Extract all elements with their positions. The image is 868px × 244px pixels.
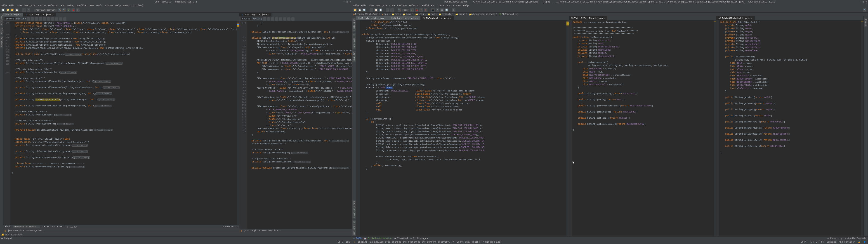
new-project-icon[interactable]: 📁: [6, 8, 9, 12]
code-editor[interactable]: 245 249 250 251 252 253 254 255 256 257 …: [3, 21, 239, 224]
crumb-class[interactable]: ⒸDbController: [499, 13, 518, 16]
close-icon[interactable]: ✕: [866, 1, 867, 3]
code-editor[interactable]: });class=class="s">"c">//End return tabl…: [356, 20, 569, 236]
instant-run-icon[interactable]: ⚡: [419, 8, 423, 12]
menu-code[interactable]: Code: [390, 4, 395, 7]
code-area[interactable]: private static final String[] TABLE_NAME…: [10, 21, 237, 224]
tab-jsontosqlite-split[interactable]: ☕JsonToSQLite.java×: [239, 13, 272, 17]
menu-build[interactable]: Build: [422, 4, 429, 7]
cut-icon[interactable]: ✂: [370, 8, 373, 12]
redo-icon[interactable]: ↷: [27, 8, 30, 12]
menu-tools[interactable]: Tools: [437, 4, 444, 7]
nav-icon[interactable]: [275, 18, 278, 21]
notifications-tab[interactable]: 🔔 Notifications: [1, 233, 23, 236]
code-area[interactable]: });class=class="s">"c">//End return tabl…: [360, 20, 566, 236]
services-tab[interactable]: Services: [0, 36, 3, 48]
maximize-icon[interactable]: ▢: [863, 1, 864, 3]
structure-tab[interactable]: 7: Structure: [352, 33, 355, 50]
make-icon[interactable]: 🔨: [398, 8, 401, 12]
menu-refactor[interactable]: Refactor: [48, 4, 59, 7]
crumb-project[interactable]: ▣DynamicSQLiteDemo: [353, 13, 378, 16]
tab-dbcontroller[interactable]: ⒸDbController.java×: [421, 16, 454, 20]
maximize-icon[interactable]: ▢: [346, 1, 348, 3]
next-button[interactable]: ▼ Next: [57, 225, 65, 228]
select-button[interactable]: ☐ Select: [67, 225, 78, 228]
nav-icon[interactable]: [291, 18, 294, 21]
nav-icon[interactable]: [283, 18, 286, 21]
crumb-pkg[interactable]: 📁dynamicsqlitedemo: [469, 13, 495, 16]
help-icon[interactable]: ?: [452, 8, 456, 12]
close-icon[interactable]: ×: [604, 18, 605, 20]
event-log-tab[interactable]: ▤ Event Log: [828, 237, 842, 240]
gradle-console-tab[interactable]: ▤ Gradle Console: [845, 237, 866, 240]
find-input[interactable]: [13, 225, 39, 228]
breadcrumb-text[interactable]: jsontosqlite.JsonToSQLite: [244, 230, 278, 232]
back-icon[interactable]: ←: [386, 8, 390, 12]
stop-icon[interactable]: ■: [424, 8, 428, 12]
menu-window[interactable]: Window: [105, 4, 113, 7]
code-editor[interactable]: public class Table01DataModel { private …: [716, 20, 864, 236]
run-icon[interactable]: ▶: [67, 8, 70, 12]
search-icon[interactable]: 🔍: [863, 8, 866, 12]
history-tab[interactable]: History: [16, 18, 26, 20]
menu-analyze[interactable]: Analyze: [397, 4, 407, 7]
menu-navigate[interactable]: Navigate: [376, 4, 387, 7]
tab-jsontosqlite[interactable]: ☕JsonToSQLite.java×: [24, 13, 56, 17]
menu-refactor[interactable]: Refactor: [409, 4, 420, 7]
project-tab[interactable]: 1: Project: [352, 18, 355, 32]
menu-vcs[interactable]: VCS: [446, 4, 451, 7]
nav-icon[interactable]: [47, 18, 50, 21]
profile-icon[interactable]: ⊕: [76, 8, 80, 12]
undo-icon[interactable]: ↶: [22, 8, 26, 12]
avd-icon[interactable]: 📱: [431, 8, 435, 12]
code-area[interactable]: package com.example.emran.dynamicsqlited…: [572, 20, 714, 236]
code-editor[interactable]: package com.example.emran.dynamicsqlited…: [569, 20, 716, 236]
structure-icon[interactable]: ▤: [440, 8, 444, 12]
minimize-icon[interactable]: —: [860, 1, 861, 3]
history-tab[interactable]: History: [252, 18, 262, 20]
nav-icon[interactable]: [271, 18, 274, 21]
code-area[interactable]: public class Table01DataModel { private …: [719, 20, 861, 236]
menu-file[interactable]: File: [1, 4, 7, 7]
nav-icon[interactable]: [279, 18, 282, 21]
run-config[interactable]: <default config>: [34, 9, 57, 11]
menu-source[interactable]: Source: [37, 4, 46, 7]
menu-profile[interactable]: Profile: [76, 4, 86, 7]
prev-button[interactable]: ▲ Previous: [41, 225, 55, 228]
minimize-icon[interactable]: —: [344, 1, 345, 3]
favorites-tab[interactable]: 2: Favorites: [352, 220, 355, 236]
breadcrumb-text[interactable]: jsontosqlite.JsonToSQLite: [8, 230, 41, 232]
close-icon[interactable]: ×: [20, 14, 21, 16]
menu-run[interactable]: Run: [431, 4, 435, 7]
source-tab[interactable]: Source: [241, 18, 252, 20]
copy-icon[interactable]: 📋: [374, 8, 378, 12]
crumb-src[interactable]: 📁src: [392, 13, 399, 16]
open-icon[interactable]: 📂: [10, 8, 14, 12]
todo-tab[interactable]: ☑ TODO: [353, 237, 362, 240]
menu-edit[interactable]: Edit: [9, 4, 14, 7]
nav-icon[interactable]: [39, 18, 42, 21]
tab-dbconstants[interactable]: ⒸDbConstants.java×: [389, 16, 421, 20]
menu-navigate[interactable]: Navigate: [24, 4, 35, 7]
menu-window[interactable]: Window: [453, 4, 461, 7]
nav-icon[interactable]: [59, 18, 62, 21]
menu-view[interactable]: View: [17, 4, 22, 7]
android-monitor-tab[interactable]: 🤖 6: Android Monitor: [364, 237, 392, 240]
nav-icon[interactable]: [287, 18, 290, 21]
menu-help[interactable]: Help: [115, 4, 121, 7]
projects-tab[interactable]: Projects: [0, 14, 3, 26]
sync-icon[interactable]: 🔄: [362, 8, 366, 12]
fwd-icon[interactable]: →: [391, 8, 394, 12]
terminal-tab[interactable]: ▣ Terminal: [395, 237, 408, 240]
output-tab[interactable]: ▣ Output: [1, 237, 12, 240]
menu-file[interactable]: File: [353, 4, 359, 7]
nav-icon[interactable]: [263, 18, 266, 21]
crumb-app[interactable]: ▣app: [382, 13, 388, 16]
nav-icon[interactable]: [43, 18, 46, 21]
build-icon[interactable]: 🔨: [58, 8, 61, 12]
back-icon[interactable]: [27, 18, 30, 21]
lock-icon[interactable]: 🔒: [858, 241, 861, 244]
menu-run[interactable]: Run: [61, 4, 65, 7]
close-icon[interactable]: ×: [52, 14, 53, 16]
debug-icon[interactable]: 🐞: [71, 8, 75, 12]
